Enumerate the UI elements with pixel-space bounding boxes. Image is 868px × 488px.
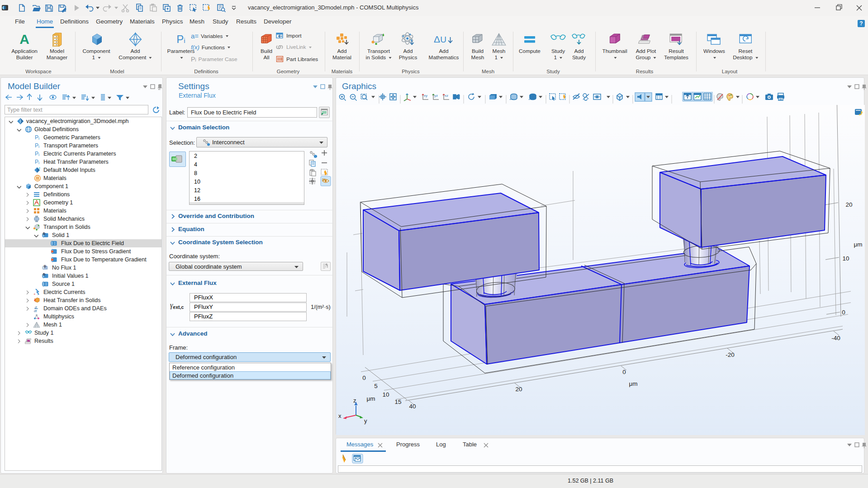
svg-text:yz: yz (434, 94, 438, 98)
svg-text:0: 0 (842, 309, 845, 316)
svg-text:x: x (338, 412, 342, 419)
svg-text:-40: -40 (831, 335, 840, 341)
svg-text:y: y (364, 417, 367, 424)
svg-text:μm: μm (366, 395, 375, 402)
svg-text:20: 20 (515, 386, 522, 393)
svg-text:μm: μm (629, 380, 637, 387)
svg-text:40: 40 (409, 403, 416, 410)
svg-text:-20: -20 (726, 351, 735, 358)
svg-text:15: 15 (394, 398, 401, 405)
svg-text:20: 20 (845, 201, 852, 208)
svg-text:xy: xy (424, 94, 427, 98)
svg-text:xz: xz (445, 94, 448, 98)
svg-text:10: 10 (382, 391, 389, 398)
svg-text:0: 0 (362, 374, 366, 381)
svg-text:5: 5 (374, 383, 378, 389)
svg-text:μm: μm (854, 241, 862, 248)
svg-text:z: z (353, 397, 356, 404)
svg-text:0: 0 (622, 369, 626, 375)
svg-text:10: 10 (842, 255, 849, 262)
